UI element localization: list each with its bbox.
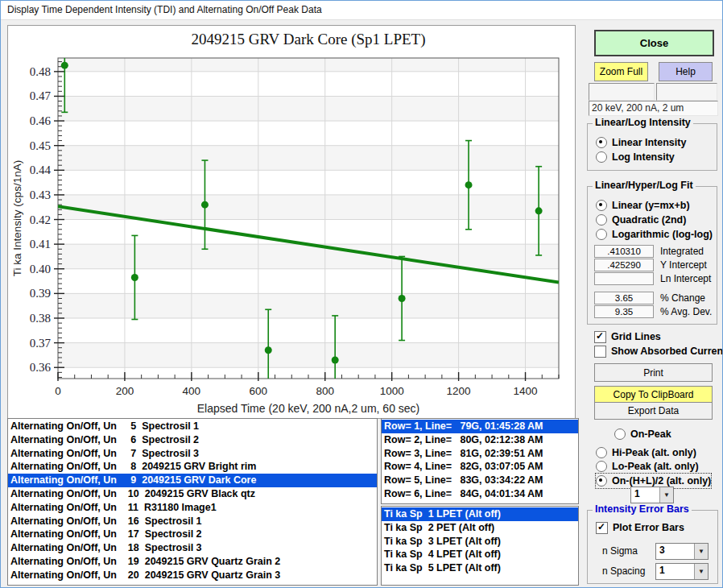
checkbox-icon[interactable] <box>594 331 606 343</box>
fit-field-label: % Avg. Dev. <box>660 306 712 317</box>
option-label: Plot Error Bars <box>613 522 684 533</box>
plot-error-bars-checkbox[interactable]: Plot Error Bars <box>596 520 684 535</box>
row-listbox[interactable]: Row= 1, Line= 79G, 01:45:28 AMRow= 2, Li… <box>381 418 579 504</box>
option-label: Lo-Peak (alt. only) <box>612 461 699 472</box>
radio-button-icon[interactable] <box>596 447 607 458</box>
on-peak-radio-group: On-Peak <box>614 427 671 441</box>
copy-to-clipboard-button[interactable]: Copy To ClipBoard <box>594 386 713 404</box>
radio-button-icon[interactable] <box>596 200 607 211</box>
export-data-button[interactable]: Export Data <box>594 402 713 420</box>
show-absorbed-currents-checkbox[interactable]: Show Absorbed Currents <box>594 344 723 358</box>
svg-text:Ti ka Intensity (cps/1nA): Ti ka Intensity (cps/1nA) <box>11 160 23 276</box>
svg-text:0.42: 0.42 <box>30 213 51 226</box>
n-sigma-dropdown[interactable]: 3 ▼ <box>655 543 709 560</box>
grid-lines-checkbox[interactable]: Grid Lines <box>594 329 723 344</box>
print-button[interactable]: Print <box>594 363 713 382</box>
radio-button-icon[interactable] <box>596 475 607 487</box>
option-label: On-Peak <box>630 429 671 440</box>
radio-button-icon[interactable] <box>596 137 607 148</box>
list-item[interactable]: Ti ka Sp 5 LPET (Alt off) <box>382 561 578 575</box>
list-item[interactable]: Alternating On/Off, Un 20 2049215 GRV Qu… <box>8 569 377 582</box>
svg-text:Elapsed Time (20 keV, 200 nA,2: Elapsed Time (20 keV, 200 nA,2 um, 60 se… <box>197 402 420 415</box>
on-peak-radio[interactable]: On-Peak <box>614 427 671 441</box>
list-item[interactable]: Alternating On/Off, Un 17 Spectrosil 2 <box>8 528 377 541</box>
y-intercept-field: .425290 <box>594 259 654 271</box>
option-label: Linear (y=mx+b) <box>612 200 690 211</box>
fit-results: .410310Integrated.425290Y InterceptLn In… <box>594 245 712 319</box>
checkbox-icon[interactable] <box>594 346 606 358</box>
list-item[interactable]: Ti ka Sp 1 LPET (Alt off) <box>382 507 578 521</box>
log-intensity-radio[interactable]: Log Intensity <box>596 150 686 164</box>
alt-average-dropdown[interactable]: 1 ▼ <box>630 487 674 503</box>
fit-field-label: Y Intercept <box>660 259 707 271</box>
list-item[interactable]: Row= 6, Line= 84G, 04:01:34 AM <box>382 487 578 501</box>
dropdown-value: 1 <box>631 487 659 503</box>
list-item[interactable]: Ti ka Sp 3 LPET (Alt off) <box>382 535 578 549</box>
dropdown-value: 1 <box>656 564 694 579</box>
svg-text:0: 0 <box>55 385 61 397</box>
list-item[interactable]: Alternating On/Off, Un 6 Spectrosil 2 <box>8 433 377 447</box>
linear-log-intensity-group: Linear/Log Intensity Linear IntensityLog… <box>587 123 717 171</box>
group-title: Intensity Error Bars <box>593 503 692 515</box>
list-item[interactable]: Alternating On/Off, Un 5 Spectrosil 1 <box>8 420 377 433</box>
radio-button-icon[interactable] <box>614 429 626 440</box>
close-button[interactable]: Close <box>594 30 714 56</box>
fit-result-row: 3.65% Change <box>594 292 712 304</box>
list-item[interactable]: Ti ka Sp 2 PET (Alt off) <box>382 521 578 535</box>
help-button[interactable]: Help <box>659 62 713 81</box>
list-item[interactable]: Row= 3, Line= 81G, 02:39:51 AM <box>382 447 578 461</box>
linear-intensity-radio[interactable]: Linear Intensity <box>596 135 686 150</box>
element-listbox[interactable]: Ti ka Sp 1 LPET (Alt off)Ti ka Sp 2 PET … <box>381 506 579 586</box>
fit-field-label: % Change <box>660 292 705 304</box>
radio-button-icon[interactable] <box>596 214 607 226</box>
fit-result-row: Ln Intercept <box>594 272 712 285</box>
svg-text:0.41: 0.41 <box>30 238 51 251</box>
list-item[interactable]: Alternating On/Off, Un 7 Spectrosil 3 <box>8 447 377 461</box>
list-item[interactable]: Row= 2, Line= 80G, 02:12:38 AM <box>382 433 578 447</box>
fit-field-label: Ln Intercept <box>660 273 711 284</box>
n-spacing-label: n Spacing <box>602 565 645 577</box>
list-item[interactable]: Alternating On/Off, Un 18 Spectrosil 3 <box>8 541 377 555</box>
sample-listbox[interactable]: Alternating On/Off, Un 5 Spectrosil 1Alt… <box>7 418 378 586</box>
hi-peak-radio[interactable]: Hi-Peak (alt. only) <box>596 445 711 460</box>
svg-text:200: 200 <box>116 385 134 397</box>
zoom-full-button[interactable]: Zoom Full <box>594 62 648 81</box>
linear-fit-radio[interactable]: Linear (y=mx+b) <box>596 198 713 213</box>
intensity-radio-group: Linear IntensityLog Intensity <box>596 135 686 164</box>
list-item[interactable]: Alternating On/Off, Un 9 2049215 GRV Dar… <box>8 474 377 487</box>
checkbox-icon[interactable] <box>596 522 608 534</box>
pct-change-field: 3.65 <box>594 292 654 304</box>
title-bar: Display Time Dependent Intensity (TDI) a… <box>1 1 722 20</box>
beam-conditions-field: 20 keV, 200 nA, 2 um <box>589 101 718 116</box>
chevron-down-icon[interactable]: ▼ <box>659 487 673 503</box>
pct-avg-dev-field: 9.35 <box>594 305 654 318</box>
list-item[interactable]: Row= 5, Line= 83G, 03:34:22 AM <box>382 474 578 487</box>
radio-button-icon[interactable] <box>596 151 607 163</box>
radio-button-icon[interactable] <box>596 229 607 240</box>
list-item[interactable]: Alternating On/Off, Un 11 R31180 Image1 <box>8 501 377 515</box>
svg-text:1200: 1200 <box>447 385 471 397</box>
logarithmic-fit-radio[interactable]: Logarithmic (log-log) <box>596 227 713 242</box>
list-item[interactable]: Ti ka Sp 4 LPET (Alt off) <box>382 548 578 561</box>
group-title: Linear/Log Intensity <box>593 117 693 128</box>
n-spacing-dropdown[interactable]: 1 ▼ <box>655 563 709 580</box>
quadratic-fit-radio[interactable]: Quadratic (2nd) <box>596 213 713 227</box>
radio-button-icon[interactable] <box>596 461 607 472</box>
list-item[interactable]: Alternating On/Off, Un 16 Spectrosil 1 <box>8 515 377 528</box>
chevron-down-icon[interactable]: ▼ <box>694 564 708 579</box>
svg-text:400: 400 <box>183 385 201 397</box>
svg-text:0.47: 0.47 <box>30 89 52 102</box>
chevron-down-icon[interactable]: ▼ <box>694 544 708 559</box>
option-label: Grid Lines <box>611 331 661 342</box>
lo-peak-radio[interactable]: Lo-Peak (alt. only) <box>596 460 711 474</box>
on-hl2-radio[interactable]: On-(H+L)/2 (alt. only) <box>596 474 711 488</box>
integrated-field: .410310 <box>594 245 654 258</box>
svg-text:0.37: 0.37 <box>30 337 52 350</box>
list-item[interactable]: Row= 1, Line= 79G, 01:45:28 AM <box>382 420 578 433</box>
list-item[interactable]: Alternating On/Off, Un 19 2049215 GRV Qu… <box>8 555 377 569</box>
list-item[interactable]: Row= 4, Line= 82G, 03:07:05 AM <box>382 460 578 474</box>
list-item[interactable]: Alternating On/Off, Un 10 2049215 GRV Bl… <box>8 487 377 501</box>
svg-text:0.45: 0.45 <box>30 139 51 152</box>
svg-text:2049215 GRV Dark Core (Sp1 LPE: 2049215 GRV Dark Core (Sp1 LPET) <box>191 31 425 48</box>
list-item[interactable]: Alternating On/Off, Un 8 2049215 GRV Bri… <box>8 460 377 474</box>
